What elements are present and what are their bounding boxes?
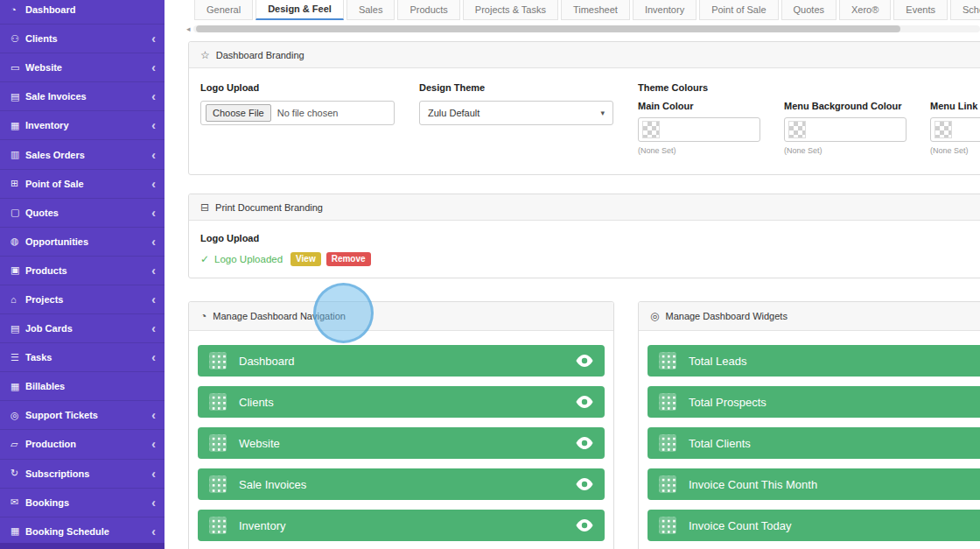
sidebar-item-tasks[interactable]: ☰ Tasks ‹ (0, 343, 164, 372)
sidebar-item-support-tickets[interactable]: ◎ Support Tickets ‹ (0, 401, 164, 430)
tab-products[interactable]: Products (397, 0, 459, 20)
scrollbar-track[interactable] (193, 25, 980, 32)
tab-design-feel[interactable]: Design & Feel (256, 0, 344, 20)
choose-file-button[interactable]: Choose File (206, 104, 271, 122)
tab-quotes[interactable]: Quotes (781, 0, 836, 20)
sidebar-item-sales-orders[interactable]: ▥ Sales Orders ‹ (0, 140, 164, 169)
widget-sort-item-invoice-count-today[interactable]: Invoice Count Today (648, 510, 980, 541)
view-logo-button[interactable]: View (290, 252, 321, 266)
sidebar-item-inventory[interactable]: ▦ Inventory ‹ (0, 111, 164, 140)
eye-icon[interactable] (576, 519, 593, 531)
nav-sort-item-sale-invoices[interactable]: Sale Invoices (198, 468, 605, 500)
logo-file-input[interactable]: Choose File No file chosen (200, 101, 395, 125)
widget-item-label: Invoice Count Today (689, 519, 980, 532)
nav-item-label: Sale Invoices (239, 478, 576, 491)
widget-sort-item-total-clients[interactable]: Total Clients (648, 427, 980, 459)
tab-point-of-sale[interactable]: Point of Sale (699, 0, 778, 20)
drag-handle-icon[interactable] (659, 352, 676, 370)
design-theme-select[interactable]: Zulu Default ▾ (419, 101, 613, 125)
navigation-sort-list: Dashboard Clients (189, 331, 613, 549)
drag-handle-icon[interactable] (659, 475, 676, 493)
colour-picker-group: Menu Link Colour (None Set) (930, 101, 980, 155)
tab-label: Xero® (851, 4, 878, 15)
sidebar-item-billables[interactable]: ▦ Billables ‹ (0, 372, 164, 401)
sidebar-item-sale-invoices[interactable]: ▤ Sale Invoices ‹ (0, 82, 164, 111)
sidebar-item-label: Clients (25, 33, 151, 44)
sidebar-item-label: Booking Schedule (25, 526, 151, 537)
sidebar-item-opportunities[interactable]: ◍ Opportunities ‹ (0, 228, 164, 257)
widget-sort-item-total-prospects[interactable]: Total Prospects (648, 386, 980, 418)
sidebar-item-dashboard[interactable]: ◔ Dashboard ‹ (0, 0, 164, 25)
tab-general[interactable]: General (194, 0, 253, 20)
widget-item-label: Total Clients (689, 437, 980, 450)
sidebar-item-production[interactable]: ▱ Production ‹ (0, 430, 164, 459)
drag-handle-icon[interactable] (209, 517, 227, 534)
sidebar-item-icon: ▥ (10, 149, 25, 160)
sidebar-item-bookings[interactable]: ✉ Bookings ‹ (0, 489, 164, 517)
sidebar-item-label: Tasks (25, 352, 151, 362)
sidebar-item-projects[interactable]: ⌂ Projects ‹ (0, 285, 164, 314)
sidebar-item-quotes[interactable]: ▢ Quotes ‹ (0, 199, 164, 228)
tab-label: Design & Feel (268, 4, 332, 14)
drag-handle-icon[interactable] (659, 517, 676, 534)
manage-widgets-icon: ◎ (650, 311, 659, 321)
drag-handle-icon[interactable] (209, 475, 227, 493)
tab-projects-tasks[interactable]: Projects & Tasks (463, 0, 558, 20)
sidebar-item-website[interactable]: ▭ Website ‹ (0, 53, 164, 82)
tab-xero[interactable]: Xero® (839, 0, 891, 20)
sidebar-item-icon: ⌂ (10, 294, 25, 305)
tab-sales[interactable]: Sales (346, 0, 396, 20)
eye-icon[interactable] (576, 396, 593, 408)
drag-handle-icon[interactable] (659, 434, 676, 452)
sidebar-item-products[interactable]: ▣ Products ‹ (0, 257, 164, 285)
card-title: Print Document Branding (215, 202, 323, 213)
check-icon: ✓ (200, 254, 209, 264)
nav-sort-item-dashboard[interactable]: Dashboard (198, 345, 605, 377)
panel-title: Manage Dashboard Navigation (213, 311, 346, 321)
nav-sort-item-inventory[interactable]: Inventory (198, 510, 605, 541)
widget-sort-item-invoice-count-this-month[interactable]: Invoice Count This Month (648, 468, 980, 500)
widget-sort-item-total-leads[interactable]: Total Leads (648, 345, 980, 377)
sidebar-item-icon: ⚇ (10, 33, 25, 45)
tab-label: Sales (359, 4, 383, 15)
chevron-left-icon: ‹ (151, 149, 156, 161)
colour-picker-main-colour[interactable] (638, 117, 760, 142)
scrollbar-thumb[interactable] (196, 25, 900, 32)
nav-sort-item-website[interactable]: Website (198, 427, 605, 459)
print-branding-card: ⊟ Print Document Branding Logo Upload ✓ … (188, 194, 980, 278)
tab-events[interactable]: Events (893, 0, 948, 20)
nav-item-label: Inventory (239, 519, 576, 532)
eye-icon[interactable] (576, 478, 593, 490)
drag-handle-icon[interactable] (209, 352, 227, 370)
sidebar-item-icon: ✉ (10, 496, 25, 508)
drag-handle-icon[interactable] (209, 393, 227, 411)
sidebar-item-subscriptions[interactable]: ↻ Subscriptions ‹ (0, 460, 164, 489)
sidebar-item-job-cards[interactable]: ▤ Job Cards ‹ (0, 314, 164, 343)
tab-timesheet[interactable]: Timesheet (561, 0, 630, 20)
nav-sort-item-clients[interactable]: Clients (198, 386, 605, 418)
colour-picker-menu-link-colour[interactable] (930, 117, 980, 142)
chevron-left-icon: ‹ (151, 351, 156, 363)
logo-upload-field: Logo Upload Choose File No file chosen (200, 82, 419, 155)
sidebar-item-partial[interactable] (0, 543, 164, 549)
sidebar-item-label: Dashboard (25, 4, 151, 15)
sidebar-item-clients[interactable]: ⚇ Clients ‹ (0, 25, 164, 53)
eye-icon[interactable] (576, 437, 593, 449)
drag-handle-icon[interactable] (209, 434, 227, 452)
logo-upload-label: Logo Upload (200, 82, 419, 93)
colour-picker-menu-background-colour[interactable] (784, 117, 906, 142)
remove-logo-button[interactable]: Remove (326, 252, 371, 266)
chevron-left-icon: ‹ (151, 236, 156, 248)
colour-none-set-text: (None Set) (784, 146, 906, 155)
tab-label: Quotes (794, 4, 824, 15)
eye-icon[interactable] (576, 355, 593, 367)
sidebar-item-point-of-sale[interactable]: ⊞ Point of Sale ‹ (0, 170, 164, 199)
tab-label: Inventory (645, 4, 684, 15)
transparent-swatch-icon (788, 121, 806, 138)
sidebar-item-icon: ▢ (10, 207, 25, 218)
scroll-left-icon[interactable]: ◂ (186, 25, 191, 33)
sidebar-item-booking-schedule[interactable]: ▦ Booking Schedule ‹ (0, 517, 164, 546)
drag-handle-icon[interactable] (659, 393, 676, 411)
tab-schedule[interactable]: Schedule (950, 0, 980, 20)
tab-inventory[interactable]: Inventory (633, 0, 696, 20)
